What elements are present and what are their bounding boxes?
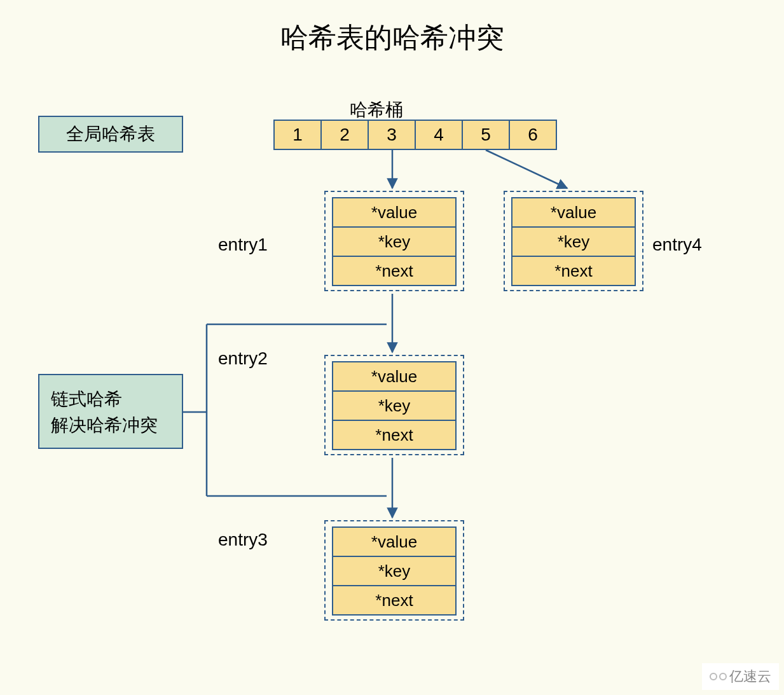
diagram-title: 哈希表的哈希冲突 xyxy=(0,19,784,57)
bucket-2: 2 xyxy=(320,120,369,150)
entry3-key: *key xyxy=(332,556,457,586)
bucket-3: 3 xyxy=(368,120,416,150)
bucket-5: 5 xyxy=(462,120,510,150)
watermark-text: 亿速云 xyxy=(729,667,771,686)
entry1-next: *next xyxy=(332,256,457,286)
bucket-4: 4 xyxy=(415,120,463,150)
chain-hash-line2: 解决哈希冲突 xyxy=(51,413,170,439)
entry1-box: *value *key *next xyxy=(324,191,464,291)
chain-hash-box: 链式哈希 解决哈希冲突 xyxy=(38,374,183,449)
entry3-label: entry3 xyxy=(218,530,268,550)
chain-hash-line1: 链式哈希 xyxy=(51,387,170,413)
hash-bucket-label: 哈希桶 xyxy=(350,98,403,122)
entry2-key: *key xyxy=(332,390,457,421)
entry1-value: *value xyxy=(332,197,457,228)
entry3-next: *next xyxy=(332,585,457,616)
entry3-value: *value xyxy=(332,526,457,557)
entry1-key: *key xyxy=(332,226,457,257)
entry2-box: *value *key *next xyxy=(324,355,464,455)
entry2-label: entry2 xyxy=(218,348,268,369)
entry4-label: entry4 xyxy=(652,235,702,255)
entry4-key: *key xyxy=(511,226,636,257)
entry1-label: entry1 xyxy=(218,235,268,255)
watermark-logo-icon xyxy=(710,673,727,680)
watermark: 亿速云 xyxy=(702,663,779,690)
bucket-6: 6 xyxy=(509,120,557,150)
arrow-bucket5-entry4 xyxy=(486,150,567,188)
entry4-value: *value xyxy=(511,197,636,228)
entry4-next: *next xyxy=(511,256,636,286)
entry3-box: *value *key *next xyxy=(324,520,464,621)
global-hash-box: 全局哈希表 xyxy=(38,116,183,153)
bucket-row: 1 2 3 4 5 6 xyxy=(273,120,557,150)
entry2-value: *value xyxy=(332,361,457,392)
bucket-1: 1 xyxy=(273,120,322,150)
entry4-box: *value *key *next xyxy=(504,191,643,291)
entry2-next: *next xyxy=(332,420,457,450)
